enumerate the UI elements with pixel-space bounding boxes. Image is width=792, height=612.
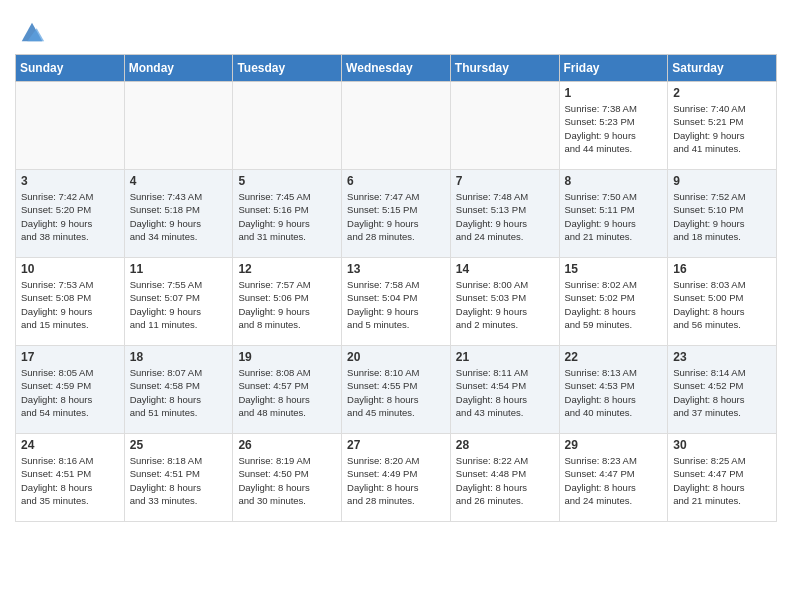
day-info: Sunrise: 8:00 AM Sunset: 5:03 PM Dayligh… [456,278,554,331]
calendar-cell: 27Sunrise: 8:20 AM Sunset: 4:49 PM Dayli… [342,434,451,522]
calendar-cell: 6Sunrise: 7:47 AM Sunset: 5:15 PM Daylig… [342,170,451,258]
calendar-cell: 18Sunrise: 8:07 AM Sunset: 4:58 PM Dayli… [124,346,233,434]
day-info: Sunrise: 7:48 AM Sunset: 5:13 PM Dayligh… [456,190,554,243]
day-info: Sunrise: 8:25 AM Sunset: 4:47 PM Dayligh… [673,454,771,507]
day-number: 4 [130,174,228,188]
day-number: 21 [456,350,554,364]
calendar-week-row: 3Sunrise: 7:42 AM Sunset: 5:20 PM Daylig… [16,170,777,258]
calendar-cell: 20Sunrise: 8:10 AM Sunset: 4:55 PM Dayli… [342,346,451,434]
day-number: 30 [673,438,771,452]
day-info: Sunrise: 8:08 AM Sunset: 4:57 PM Dayligh… [238,366,336,419]
calendar-cell: 19Sunrise: 8:08 AM Sunset: 4:57 PM Dayli… [233,346,342,434]
day-number: 5 [238,174,336,188]
day-info: Sunrise: 8:13 AM Sunset: 4:53 PM Dayligh… [565,366,663,419]
day-number: 22 [565,350,663,364]
day-number: 11 [130,262,228,276]
day-info: Sunrise: 7:45 AM Sunset: 5:16 PM Dayligh… [238,190,336,243]
day-number: 20 [347,350,445,364]
day-number: 9 [673,174,771,188]
calendar-cell [233,82,342,170]
weekday-header-sunday: Sunday [16,55,125,82]
day-info: Sunrise: 8:11 AM Sunset: 4:54 PM Dayligh… [456,366,554,419]
logo [15,18,46,46]
day-number: 14 [456,262,554,276]
calendar-cell: 29Sunrise: 8:23 AM Sunset: 4:47 PM Dayli… [559,434,668,522]
logo-icon [18,18,46,46]
weekday-header-thursday: Thursday [450,55,559,82]
day-number: 1 [565,86,663,100]
day-info: Sunrise: 8:18 AM Sunset: 4:51 PM Dayligh… [130,454,228,507]
calendar-cell: 2Sunrise: 7:40 AM Sunset: 5:21 PM Daylig… [668,82,777,170]
day-number: 17 [21,350,119,364]
calendar-week-row: 1Sunrise: 7:38 AM Sunset: 5:23 PM Daylig… [16,82,777,170]
calendar-cell: 23Sunrise: 8:14 AM Sunset: 4:52 PM Dayli… [668,346,777,434]
day-number: 28 [456,438,554,452]
calendar-cell [124,82,233,170]
day-number: 2 [673,86,771,100]
calendar-cell: 12Sunrise: 7:57 AM Sunset: 5:06 PM Dayli… [233,258,342,346]
day-number: 23 [673,350,771,364]
page-header [15,10,777,46]
day-number: 7 [456,174,554,188]
day-number: 26 [238,438,336,452]
calendar-cell: 11Sunrise: 7:55 AM Sunset: 5:07 PM Dayli… [124,258,233,346]
day-number: 16 [673,262,771,276]
weekday-header-tuesday: Tuesday [233,55,342,82]
calendar-cell: 26Sunrise: 8:19 AM Sunset: 4:50 PM Dayli… [233,434,342,522]
calendar-cell [16,82,125,170]
day-number: 15 [565,262,663,276]
calendar-cell: 13Sunrise: 7:58 AM Sunset: 5:04 PM Dayli… [342,258,451,346]
day-info: Sunrise: 8:19 AM Sunset: 4:50 PM Dayligh… [238,454,336,507]
weekday-header-wednesday: Wednesday [342,55,451,82]
calendar-cell: 25Sunrise: 8:18 AM Sunset: 4:51 PM Dayli… [124,434,233,522]
calendar-cell: 1Sunrise: 7:38 AM Sunset: 5:23 PM Daylig… [559,82,668,170]
day-info: Sunrise: 7:55 AM Sunset: 5:07 PM Dayligh… [130,278,228,331]
calendar-table: SundayMondayTuesdayWednesdayThursdayFrid… [15,54,777,522]
calendar-cell: 4Sunrise: 7:43 AM Sunset: 5:18 PM Daylig… [124,170,233,258]
day-info: Sunrise: 7:47 AM Sunset: 5:15 PM Dayligh… [347,190,445,243]
day-info: Sunrise: 8:02 AM Sunset: 5:02 PM Dayligh… [565,278,663,331]
calendar-cell: 14Sunrise: 8:00 AM Sunset: 5:03 PM Dayli… [450,258,559,346]
day-number: 6 [347,174,445,188]
calendar-cell: 8Sunrise: 7:50 AM Sunset: 5:11 PM Daylig… [559,170,668,258]
day-info: Sunrise: 8:07 AM Sunset: 4:58 PM Dayligh… [130,366,228,419]
day-info: Sunrise: 8:16 AM Sunset: 4:51 PM Dayligh… [21,454,119,507]
calendar-cell: 24Sunrise: 8:16 AM Sunset: 4:51 PM Dayli… [16,434,125,522]
day-number: 25 [130,438,228,452]
calendar-week-row: 17Sunrise: 8:05 AM Sunset: 4:59 PM Dayli… [16,346,777,434]
calendar-cell: 10Sunrise: 7:53 AM Sunset: 5:08 PM Dayli… [16,258,125,346]
calendar-cell: 3Sunrise: 7:42 AM Sunset: 5:20 PM Daylig… [16,170,125,258]
day-number: 29 [565,438,663,452]
day-number: 24 [21,438,119,452]
day-number: 13 [347,262,445,276]
calendar-week-row: 24Sunrise: 8:16 AM Sunset: 4:51 PM Dayli… [16,434,777,522]
calendar-cell: 5Sunrise: 7:45 AM Sunset: 5:16 PM Daylig… [233,170,342,258]
calendar-week-row: 10Sunrise: 7:53 AM Sunset: 5:08 PM Dayli… [16,258,777,346]
day-number: 10 [21,262,119,276]
day-info: Sunrise: 7:38 AM Sunset: 5:23 PM Dayligh… [565,102,663,155]
day-info: Sunrise: 7:50 AM Sunset: 5:11 PM Dayligh… [565,190,663,243]
day-info: Sunrise: 8:22 AM Sunset: 4:48 PM Dayligh… [456,454,554,507]
day-info: Sunrise: 7:40 AM Sunset: 5:21 PM Dayligh… [673,102,771,155]
calendar-cell: 9Sunrise: 7:52 AM Sunset: 5:10 PM Daylig… [668,170,777,258]
day-number: 12 [238,262,336,276]
day-info: Sunrise: 8:05 AM Sunset: 4:59 PM Dayligh… [21,366,119,419]
calendar-cell: 16Sunrise: 8:03 AM Sunset: 5:00 PM Dayli… [668,258,777,346]
day-number: 3 [21,174,119,188]
day-info: Sunrise: 8:10 AM Sunset: 4:55 PM Dayligh… [347,366,445,419]
day-info: Sunrise: 7:43 AM Sunset: 5:18 PM Dayligh… [130,190,228,243]
day-info: Sunrise: 7:53 AM Sunset: 5:08 PM Dayligh… [21,278,119,331]
day-info: Sunrise: 8:14 AM Sunset: 4:52 PM Dayligh… [673,366,771,419]
day-info: Sunrise: 8:03 AM Sunset: 5:00 PM Dayligh… [673,278,771,331]
day-number: 18 [130,350,228,364]
calendar-cell: 30Sunrise: 8:25 AM Sunset: 4:47 PM Dayli… [668,434,777,522]
calendar-cell: 7Sunrise: 7:48 AM Sunset: 5:13 PM Daylig… [450,170,559,258]
weekday-header-row: SundayMondayTuesdayWednesdayThursdayFrid… [16,55,777,82]
day-number: 27 [347,438,445,452]
weekday-header-friday: Friday [559,55,668,82]
day-info: Sunrise: 7:42 AM Sunset: 5:20 PM Dayligh… [21,190,119,243]
calendar-cell: 21Sunrise: 8:11 AM Sunset: 4:54 PM Dayli… [450,346,559,434]
day-number: 19 [238,350,336,364]
calendar-cell [450,82,559,170]
calendar-cell: 28Sunrise: 8:22 AM Sunset: 4:48 PM Dayli… [450,434,559,522]
